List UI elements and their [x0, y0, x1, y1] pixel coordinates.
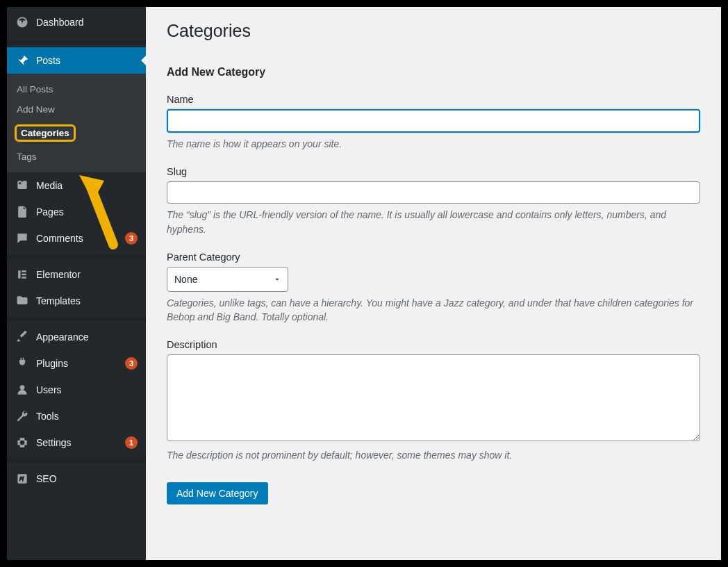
sidebar-subitem-add-new[interactable]: Add New — [7, 99, 146, 120]
sidebar-subitem-tags[interactable]: Tags — [7, 147, 146, 167]
sidebar-item-label: Plugins — [36, 358, 114, 369]
field-name: Name The name is how it appears on your … — [167, 94, 700, 151]
sidebar-item-settings[interactable]: Settings 1 — [7, 429, 146, 456]
menu-separator — [7, 40, 146, 44]
field-label: Parent Category — [167, 252, 700, 263]
sidebar-item-users[interactable]: Users — [7, 377, 146, 403]
sidebar-item-label: Appearance — [36, 331, 138, 343]
sidebar-item-appearance[interactable]: Appearance — [7, 324, 146, 350]
slug-input[interactable] — [167, 181, 700, 204]
name-input[interactable] — [167, 109, 700, 133]
user-icon — [15, 383, 29, 397]
field-help: Categories, unlike tags, can have a hier… — [167, 296, 700, 324]
field-help: The “slug” is the URL-friendly version o… — [167, 208, 700, 236]
sidebar-item-label: SEO — [36, 473, 138, 484]
sidebar-item-plugins[interactable]: Plugins 3 — [7, 350, 146, 377]
wrench-icon — [15, 409, 29, 423]
field-label: Slug — [167, 166, 700, 177]
sidebar-item-label: Templates — [36, 295, 138, 306]
sidebar-item-label: Comments — [36, 233, 114, 244]
seo-icon — [15, 472, 29, 486]
sidebar-item-posts[interactable]: Posts — [7, 47, 146, 74]
sidebar-item-label: Users — [36, 384, 138, 395]
field-label: Name — [167, 94, 700, 105]
sidebar-item-seo[interactable]: SEO — [7, 466, 146, 492]
field-parent-category: Parent Category None Categories, unlike … — [167, 252, 700, 324]
sidebar-item-media[interactable]: Media — [7, 172, 146, 199]
main-content: Categories Add New Category Name The nam… — [146, 7, 721, 560]
sidebar-item-label: Media — [36, 180, 138, 191]
description-textarea[interactable] — [167, 354, 700, 441]
media-icon — [15, 179, 29, 192]
sidebar-item-label: Settings — [36, 437, 114, 448]
sidebar-item-label: Dashboard — [36, 17, 138, 28]
menu-separator — [7, 459, 146, 463]
sidebar-item-label: Posts — [36, 55, 138, 66]
menu-separator — [7, 254, 146, 258]
posts-submenu: All Posts Add New Categories Tags — [7, 74, 146, 172]
sidebar-subitem-categories[interactable]: Categories — [7, 120, 146, 147]
elementor-icon — [15, 268, 29, 281]
field-description: Description The description is not promi… — [167, 339, 700, 462]
count-badge: 3 — [125, 357, 138, 370]
sidebar-item-label: Pages — [36, 206, 138, 217]
page-title: Categories — [167, 21, 700, 41]
field-help: The name is how it appears on your site. — [167, 137, 700, 151]
comments-icon — [15, 231, 29, 245]
app-shell: Dashboard Posts All Posts Add New Catego… — [7, 7, 721, 560]
sidebar-item-dashboard[interactable]: Dashboard — [7, 7, 146, 38]
sidebar-item-pages[interactable]: Pages — [7, 199, 146, 225]
sidebar-item-templates[interactable]: Templates — [7, 288, 146, 314]
add-new-category-button[interactable]: Add New Category — [167, 482, 268, 504]
sidebar-item-comments[interactable]: Comments 3 — [7, 225, 146, 252]
pushpin-icon — [15, 54, 29, 67]
admin-sidebar: Dashboard Posts All Posts Add New Catego… — [7, 7, 146, 560]
count-badge: 3 — [125, 232, 138, 245]
parent-category-select[interactable]: None — [167, 267, 288, 292]
count-badge: 1 — [125, 436, 138, 449]
section-title: Add New Category — [167, 66, 700, 79]
pages-icon — [15, 205, 29, 219]
brush-icon — [15, 330, 29, 344]
field-slug: Slug The “slug” is the URL-friendly vers… — [167, 166, 700, 236]
sidebar-item-label: Elementor — [36, 269, 138, 280]
dashboard-icon — [15, 15, 29, 29]
highlight-annotation: Categories — [15, 124, 76, 142]
sidebar-item-elementor[interactable]: Elementor — [7, 261, 146, 288]
sidebar-item-tools[interactable]: Tools — [7, 403, 146, 429]
field-help: The description is not prominent by defa… — [167, 448, 700, 462]
settings-icon — [15, 436, 29, 450]
sidebar-item-label: Tools — [36, 411, 138, 422]
sidebar-subitem-all-posts[interactable]: All Posts — [7, 79, 146, 99]
plug-icon — [15, 356, 29, 370]
field-label: Description — [167, 339, 700, 350]
folder-icon — [15, 294, 29, 308]
menu-separator — [7, 317, 146, 321]
